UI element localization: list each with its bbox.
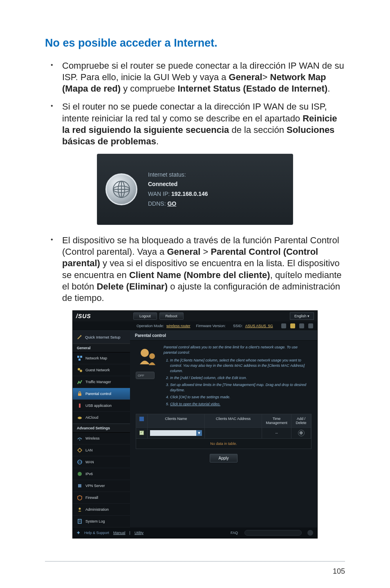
wand-icon	[77, 334, 83, 340]
time-cell: --	[262, 427, 291, 438]
nav-label: IPv6	[85, 472, 93, 476]
svg-point-9	[80, 370, 82, 372]
bullet-1: Compruebe si el router se puede conectar…	[51, 60, 345, 94]
col-time: Time Management	[262, 414, 291, 427]
info-bar: Operation Mode: wireless router Firmware…	[73, 321, 317, 331]
language-select[interactable]: English ▾	[290, 312, 314, 320]
text-bold: Internet Status (Estado de Internet)	[177, 83, 327, 94]
wireless-icon	[77, 435, 83, 441]
faq-label: FAQ	[231, 531, 238, 535]
log-icon	[77, 518, 83, 524]
col-name: Clients Name	[148, 414, 205, 427]
nav-label: Guest Network	[85, 368, 110, 372]
toggle-label: OFF	[138, 374, 144, 377]
opmode-value[interactable]: wireless router	[166, 324, 191, 328]
page-number: 105	[333, 567, 345, 576]
nav-label: USB application	[85, 404, 112, 408]
text: de la sección	[229, 125, 287, 135]
status-block: Internet status: Connected WAN IP: 192.1…	[148, 170, 208, 209]
search-icon[interactable]	[307, 530, 313, 536]
step-2: In the [Add / Delete] column, click the …	[170, 375, 312, 381]
nav-aicloud[interactable]: AiCloud	[73, 412, 130, 424]
nav-network-map[interactable]: Network Map	[73, 352, 130, 364]
ssid-label: SSID:	[233, 324, 243, 328]
ddns-label: DDNS:	[148, 200, 167, 207]
wan-value: 192.168.0.146	[171, 191, 208, 197]
client-name-input[interactable]	[150, 430, 196, 436]
tab-parental-control[interactable]: Parental control	[130, 331, 317, 341]
faq-search-input[interactable]	[244, 530, 302, 536]
nav-label: AiCloud	[85, 415, 99, 420]
row-checkbox[interactable]	[139, 431, 144, 435]
apply-button[interactable]: Apply	[210, 454, 237, 462]
nav-vpn-server[interactable]: VPN Server	[73, 480, 130, 492]
nav-system-log[interactable]: System Log	[73, 516, 130, 527]
text: >	[200, 247, 211, 257]
content-panel: Parental control OFF	[130, 331, 317, 527]
nav-label: System Log	[85, 519, 105, 523]
nav-label: VPN Server	[85, 484, 105, 488]
network-map-icon	[77, 355, 83, 361]
svg-rect-11	[79, 404, 81, 408]
qis-label: Quick Internet Setup	[85, 335, 121, 339]
nav-usb-application[interactable]: USB application	[73, 400, 130, 412]
enable-toggle[interactable]: OFF	[136, 372, 155, 379]
col-checkbox	[136, 414, 148, 427]
svg-rect-6	[80, 356, 82, 358]
quick-internet-setup[interactable]: Quick Internet Setup	[73, 331, 130, 343]
parental-control-icon	[77, 391, 83, 397]
clients-grid: Clients Name Clients MAC Address Time Ma…	[136, 414, 312, 449]
svg-point-13	[79, 440, 80, 440]
tutorial-link[interactable]: Click to open the tutorial video.	[170, 402, 220, 406]
col-mac: Clients MAC Address	[205, 414, 262, 427]
nav-wireless[interactable]: Wireless	[73, 433, 130, 444]
svg-point-16	[78, 472, 82, 476]
text-bold: Delete (Eliminar)	[96, 281, 168, 292]
step-5: Click to open the tutorial video.	[170, 402, 312, 407]
status-icon	[290, 323, 295, 328]
globe-icon	[105, 173, 137, 205]
nav-firewall[interactable]: Firewall	[73, 492, 130, 504]
text-bold: General	[167, 247, 200, 257]
firewall-icon	[77, 495, 83, 500]
description-text: Parental control allows you to set the t…	[164, 345, 312, 408]
nav-administration[interactable]: Administration	[73, 504, 130, 516]
text-bold: Client Name (Nombre del cliente)	[129, 270, 270, 280]
col-add-delete: Add / Delete	[291, 414, 311, 427]
help-support-label: Help & Support	[84, 531, 109, 535]
utility-link[interactable]: Utility	[134, 531, 143, 535]
vpn-icon	[77, 483, 83, 489]
nav-lan[interactable]: LAN	[73, 444, 130, 456]
svg-point-8	[78, 368, 80, 370]
lan-icon	[77, 447, 83, 453]
reboot-button[interactable]: Reboot	[159, 312, 184, 320]
step-1: In the [Clients Name] column, select the…	[170, 358, 312, 374]
parental-control-hero-icon	[136, 345, 159, 368]
manual-link[interactable]: Manual	[113, 531, 126, 535]
text-bold: General	[229, 72, 262, 82]
nav-label: Firewall	[85, 496, 98, 500]
guest-network-icon	[77, 367, 83, 373]
svg-point-12	[78, 417, 82, 419]
bullet-list-2: El dispositivo se ha bloqueado a través …	[51, 235, 345, 304]
router-ui-screenshot: /SUS Logout Reboot English ▾ Operation M…	[72, 310, 318, 539]
status-value: Connected	[148, 181, 177, 187]
text: .	[156, 136, 159, 146]
nav-guest-network[interactable]: Guest Network	[73, 364, 130, 376]
ddns-go-link[interactable]: GO	[167, 200, 176, 207]
bullet-list: Compruebe si el router se puede conectar…	[51, 60, 345, 147]
nav-parental-control[interactable]: Parental control	[73, 388, 130, 400]
client-name-dropdown[interactable]: ▼	[196, 430, 202, 436]
desc-intro: Parental control allows you to set the t…	[164, 345, 312, 355]
sidebar: Quick Internet Setup General Network Map…	[73, 331, 130, 527]
nav-ipv6[interactable]: IPv6	[73, 468, 130, 480]
nav-wan[interactable]: WAN	[73, 456, 130, 468]
language-label: English	[294, 314, 307, 318]
no-data-label: No data in table.	[136, 438, 311, 449]
ssid-value[interactable]: ASUS ASUS_5G	[245, 324, 273, 328]
help-icon: ✚	[77, 531, 80, 535]
nav-traffic-manager[interactable]: Traffic Manager	[73, 376, 130, 388]
logout-button[interactable]: Logout	[133, 312, 157, 320]
add-row-button[interactable]: ⊕	[298, 430, 305, 436]
wan-icon	[77, 459, 83, 465]
